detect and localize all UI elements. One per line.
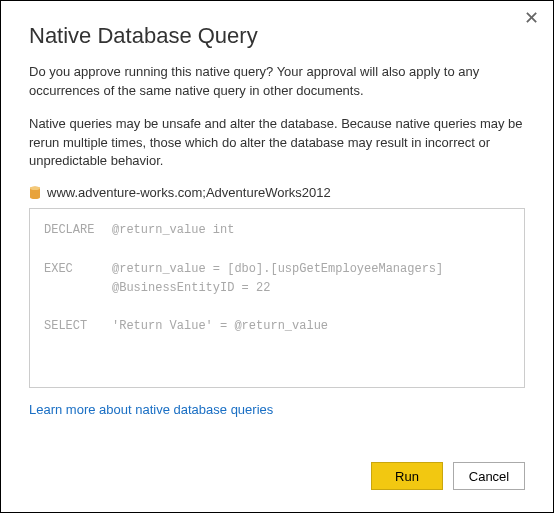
query-preview: DECLARE@return_value int EXEC@return_val… (29, 208, 525, 388)
sql-text: @return_value int (112, 223, 234, 237)
dialog-title: Native Database Query (29, 23, 525, 49)
dialog-footer: Run Cancel (371, 462, 525, 490)
sql-keyword: SELECT (44, 317, 112, 336)
database-row: www.adventure-works.com;AdventureWorks20… (29, 185, 525, 200)
cancel-button[interactable]: Cancel (453, 462, 525, 490)
database-label: www.adventure-works.com;AdventureWorks20… (47, 185, 331, 200)
sql-keyword: EXEC (44, 260, 112, 279)
svg-point-1 (30, 186, 40, 190)
approval-text: Do you approve running this native query… (29, 63, 525, 101)
sql-keyword: DECLARE (44, 221, 112, 240)
sql-text: 'Return Value' = @return_value (112, 319, 328, 333)
learn-more-link[interactable]: Learn more about native database queries (29, 402, 273, 417)
run-button[interactable]: Run (371, 462, 443, 490)
close-button[interactable]: ✕ (524, 9, 539, 27)
dialog-content: Native Database Query Do you approve run… (1, 1, 553, 418)
database-icon (29, 186, 41, 200)
sql-text: @return_value = [dbo].[uspGetEmployeeMan… (112, 262, 443, 276)
sql-text: @BusinessEntityID = 22 (112, 281, 270, 295)
warning-text: Native queries may be unsafe and alter t… (29, 115, 525, 172)
